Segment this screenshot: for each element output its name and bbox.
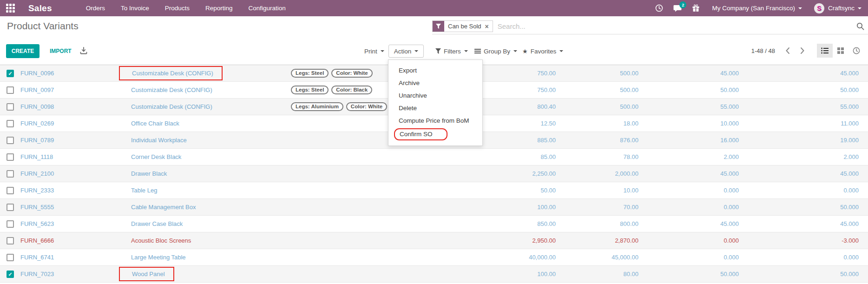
table-row[interactable]: ✓ FURN_6741 Large Meeting Table 40,000.0… <box>0 249 868 266</box>
row-checkbox[interactable]: ✓ <box>7 170 14 178</box>
action-menu-item[interactable]: Archive <box>388 77 482 89</box>
nav-menu-item[interactable]: Configuration <box>241 0 294 16</box>
table-row[interactable]: ✓ FURN_2333 Table Leg 50.00 10.00 0.000 … <box>0 182 868 199</box>
row-checkbox[interactable]: ✓ <box>7 220 14 228</box>
table-row[interactable]: ✓ FURN_5623 Drawer Case Black 850.00 800… <box>0 216 868 232</box>
table-row[interactable]: ✓ FURN_2100 Drawer Black 2,250.00 2,000.… <box>0 165 868 182</box>
row-internal-reference: FURN_2333 <box>20 187 131 194</box>
apps-menu-icon[interactable] <box>6 4 15 13</box>
search-icon[interactable] <box>856 22 864 30</box>
row-product-name: Wood Panel <box>119 267 174 281</box>
row-internal-reference: FURN_0098 <box>20 103 131 110</box>
pager-next-icon[interactable] <box>800 47 805 54</box>
print-menu-button[interactable]: Print <box>364 45 384 58</box>
row-value-3: 50.000 <box>638 271 739 277</box>
action-menu-item[interactable]: Confirm SO <box>388 127 482 141</box>
row-value-4: 0.000 <box>739 254 859 261</box>
row-value-2: 80.00 <box>556 271 638 277</box>
row-checkbox[interactable]: ✓ <box>7 271 14 278</box>
row-checkbox[interactable]: ✓ <box>7 70 14 77</box>
chevron-down-icon <box>513 50 517 52</box>
row-value-3: 16.000 <box>638 137 739 144</box>
messages-icon[interactable]: 2 <box>673 5 682 12</box>
row-value-3: 45.000 <box>638 70 739 77</box>
row-value-4: 50.000 <box>739 86 859 93</box>
groupby-button[interactable]: Group By <box>474 45 517 58</box>
action-menu-item[interactable]: Unarchive <box>388 89 482 102</box>
pager-previous-icon[interactable] <box>785 47 790 54</box>
row-value-2: 500.00 <box>556 70 638 77</box>
filter-facet-icon <box>433 21 444 32</box>
variant-tag: Color: White <box>346 102 387 111</box>
search-input[interactable] <box>498 22 856 30</box>
action-menu-item[interactable]: Delete <box>388 102 482 114</box>
filters-button[interactable]: Filters <box>435 45 468 58</box>
search-bar: Can be Sold × <box>432 19 868 34</box>
row-checkbox[interactable]: ✓ <box>7 204 14 211</box>
row-value-1: 50.00 <box>421 187 556 194</box>
row-value-2: 500.00 <box>556 103 638 110</box>
row-checkbox[interactable]: ✓ <box>7 137 14 144</box>
favorites-button[interactable]: ★ Favorites <box>522 45 563 58</box>
row-internal-reference: FURN_1118 <box>20 153 131 160</box>
import-button[interactable]: IMPORT <box>46 44 75 58</box>
row-internal-reference: FURN_0097 <box>20 86 131 93</box>
action-menu-button[interactable]: Action <box>388 45 424 58</box>
nav-menu-item[interactable]: Products <box>157 0 197 16</box>
table-row[interactable]: ✓ FURN_7023 Wood Panel 100.00 80.00 50.0… <box>0 266 868 283</box>
search-facet-label: Can be Sold <box>444 21 485 32</box>
export-download-icon[interactable] <box>80 47 87 54</box>
action-menu-item[interactable]: Compute Price from BoM <box>388 114 482 127</box>
list-view-icon[interactable] <box>817 44 833 58</box>
row-value-2: 70.00 <box>556 204 638 211</box>
messages-badge: 2 <box>679 1 686 8</box>
row-internal-reference: FURN_0789 <box>20 137 131 144</box>
create-button[interactable]: CREATE <box>6 44 39 58</box>
row-value-1: 850.00 <box>421 220 556 227</box>
table-row[interactable]: ✓ FURN_6666 Acoustic Bloc Screens 2,950.… <box>0 232 868 249</box>
print-label: Print <box>364 48 377 55</box>
row-checkbox[interactable]: ✓ <box>7 120 14 127</box>
row-checkbox[interactable]: ✓ <box>7 187 14 194</box>
row-value-1: 40,000.00 <box>421 254 556 261</box>
navbar-right: 2 My Company (San Francisco) S Craftsync <box>645 3 861 13</box>
row-value-2: 45,000.00 <box>556 254 638 261</box>
row-checkbox[interactable]: ✓ <box>7 86 14 94</box>
row-value-4: 45.000 <box>739 220 859 227</box>
action-dropdown-menu: Export Archive Unarchive Delete Compute … <box>388 59 483 146</box>
table-row[interactable]: ✓ FURN_5555 Cable Management Box 100.00 … <box>0 199 868 216</box>
row-internal-reference: FURN_0269 <box>20 120 131 127</box>
gift-icon[interactable] <box>692 4 700 12</box>
kanban-view-icon[interactable] <box>833 44 848 58</box>
row-product-name: Acoustic Bloc Screens <box>131 237 191 244</box>
chevron-down-icon <box>798 7 802 9</box>
groupby-label: Group By <box>484 48 510 55</box>
row-product-name: Cable Management Box <box>131 204 196 211</box>
row-internal-reference: FURN_6741 <box>20 254 131 261</box>
nav-menu-item[interactable]: Reporting <box>197 0 241 16</box>
nav-menu-item[interactable]: Orders <box>78 0 113 16</box>
sales-product-variants-page: Sales Orders To Invoice Products Reporti… <box>0 0 868 284</box>
user-avatar[interactable]: S <box>814 3 824 13</box>
action-menu-item[interactable]: Export <box>388 64 482 77</box>
row-checkbox[interactable]: ✓ <box>7 103 14 111</box>
row-product-name: Corner Desk Black <box>131 153 181 160</box>
facet-remove-icon[interactable]: × <box>485 21 493 32</box>
row-value-3: 45.000 <box>638 170 739 177</box>
app-title[interactable]: Sales <box>28 3 52 13</box>
row-product-name: Drawer Case Black <box>131 220 183 227</box>
user-menu[interactable]: Craftsync <box>828 5 861 12</box>
row-value-3: 2.000 <box>638 153 739 160</box>
activity-clock-icon[interactable] <box>655 4 663 12</box>
row-checkbox[interactable]: ✓ <box>7 237 14 244</box>
table-row[interactable]: ✓ FURN_1118 Corner Desk Black 85.00 78.0… <box>0 149 868 165</box>
row-value-3: 45.000 <box>638 220 739 227</box>
activity-view-icon[interactable] <box>848 44 864 58</box>
row-checkbox[interactable]: ✓ <box>7 254 14 261</box>
row-internal-reference: FURN_6666 <box>20 237 131 244</box>
company-switcher[interactable]: My Company (San Francisco) <box>712 5 802 12</box>
row-value-4: 45.000 <box>739 70 859 77</box>
row-checkbox[interactable]: ✓ <box>7 153 14 161</box>
view-switcher <box>817 44 864 58</box>
nav-menu-item[interactable]: To Invoice <box>113 0 157 16</box>
